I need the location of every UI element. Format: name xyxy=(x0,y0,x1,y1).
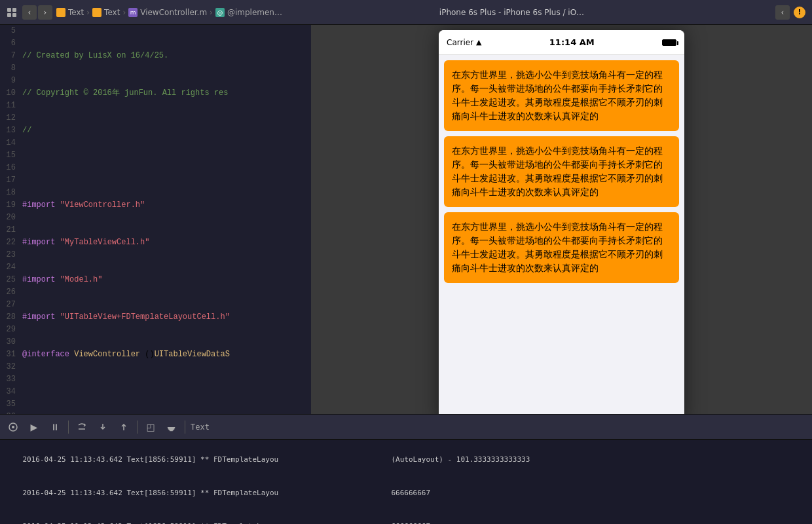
toolbar-btn-1[interactable] xyxy=(5,419,21,435)
breadcrumb-sep-2: › xyxy=(122,8,126,17)
toolbar-btn-step-out[interactable] xyxy=(116,419,132,435)
battery-icon xyxy=(662,39,676,46)
breadcrumb-label-4: @implemen… xyxy=(227,8,282,17)
toolbar-btn-step-in[interactable] xyxy=(95,419,111,435)
toolbar-sep-2 xyxy=(137,421,138,434)
list-item[interactable]: 在东方世界里，挑选小公牛到竞技场角斗有一定的程序。每一头被带进场地的公牛都要向手… xyxy=(444,212,679,283)
m-file-icon: m xyxy=(128,8,138,17)
iphone-frame: Carrier ▲ 11:14 AM 在东方世界里，挑选小公牛到竞技场角斗有一定… xyxy=(439,30,684,414)
simulator: Carrier ▲ 11:14 AM 在东方世界里，挑选小公牛到竞技场角斗有一定… xyxy=(311,25,812,414)
svg-point-5 xyxy=(12,426,14,428)
toolbar-sep-1 xyxy=(68,421,69,434)
grid-icon[interactable] xyxy=(5,6,18,19)
line-numbers: 56789 1011121314 1516171819 2021222324 2… xyxy=(0,25,20,414)
toolbar-sep-3 xyxy=(185,421,185,434)
bottom-toolbar: ▶ ⏸ ◰ ⯋ Text xyxy=(0,414,812,439)
titlebar-left: ‹ › Text › Text › m ViewController.m › @… xyxy=(0,5,287,20)
code-text: // Created by LuisX on 16/4/25. // Copyr… xyxy=(20,25,311,414)
toolbar-btn-share[interactable]: ◰ xyxy=(143,419,158,435)
breadcrumb-sep-3: › xyxy=(210,8,213,17)
warning-icon: ! xyxy=(798,8,801,16)
carrier-area: Carrier ▲ xyxy=(447,38,482,47)
cell-text-3: 在东方世界里，挑选小公牛到竞技场角斗有一定的程序。每一头被带进场地的公牛都要向手… xyxy=(452,221,663,273)
nav-forward-button[interactable]: › xyxy=(38,5,52,20)
toolbar-btn-step-over[interactable] xyxy=(74,419,90,435)
carrier-label: Carrier xyxy=(447,38,473,47)
cell-text-1: 在东方世界里，挑选小公牛到竞技场角斗有一定的程序。每一头被带进场地的公牛都要向手… xyxy=(452,69,663,121)
breadcrumb: Text › Text › m ViewController.m › @ @im… xyxy=(56,8,282,17)
list-item[interactable]: 在东方世界里，挑选小公牛到竞技场角斗有一定的程序。每一头被带进场地的公牛都要向手… xyxy=(444,136,679,207)
wifi-icon: ▲ xyxy=(476,38,481,47)
svg-rect-1 xyxy=(12,8,16,12)
breadcrumb-item-2[interactable]: Text xyxy=(92,8,120,17)
nav-left-button[interactable]: ‹ xyxy=(775,5,790,20)
code-lines-container: 56789 1011121314 1516171819 2021222324 2… xyxy=(0,25,311,414)
nav-back-button[interactable]: ‹ xyxy=(22,5,37,20)
warning-badge: ! xyxy=(794,7,805,18)
svg-rect-2 xyxy=(7,13,11,17)
toolbar-btn-pause[interactable]: ⏸ xyxy=(47,419,63,435)
titlebar: ‹ › Text › Text › m ViewController.m › @… xyxy=(0,0,812,25)
main-content: 56789 1011121314 1516171819 2021222324 2… xyxy=(0,25,812,414)
iphone-content[interactable]: 在东方世界里，挑选小公牛到竞技场角斗有一定的程序。每一头被带进场地的公牛都要向手… xyxy=(439,55,684,414)
code-editor[interactable]: 56789 1011121314 1516171819 2021222324 2… xyxy=(0,25,311,414)
iphone-time: 11:14 AM xyxy=(549,37,595,47)
svg-rect-0 xyxy=(7,8,11,12)
log-line-3: 2016-04-25 11:13:43.642 Text[1856:59911]… xyxy=(5,510,807,524)
cell-text-2: 在东方世界里，挑选小公牛到竞技场角斗有一定的程序。每一头被带进场地的公牛都要向手… xyxy=(452,145,663,197)
folder-icon xyxy=(56,8,65,17)
folder-icon-2 xyxy=(92,8,101,17)
breadcrumb-item-3[interactable]: m ViewController.m xyxy=(128,8,207,17)
log-line-1: 2016-04-25 11:13:43.642 Text[1856:59911]… xyxy=(5,443,807,476)
breadcrumb-label-2: Text xyxy=(104,8,120,17)
titlebar-right: ‹ ! xyxy=(775,5,812,20)
iphone-statusbar: Carrier ▲ 11:14 AM xyxy=(439,30,684,55)
toolbar-btn-2[interactable]: ▶ xyxy=(26,419,42,435)
toolbar-btn-location[interactable]: ⯋ xyxy=(164,419,179,435)
breadcrumb-item-4[interactable]: @ @implemen… xyxy=(215,8,282,17)
breadcrumb-label-3: ViewController.m xyxy=(140,8,207,17)
list-item[interactable]: 在东方世界里，挑选小公牛到竞技场角斗有一定的程序。每一头被带进场地的公牛都要向手… xyxy=(444,60,679,131)
at-icon: @ xyxy=(215,8,225,17)
breadcrumb-sep-1: › xyxy=(86,8,90,17)
console-area: 2016-04-25 11:13:43.642 Text[1856:59911]… xyxy=(0,439,812,524)
breadcrumb-label-1: Text xyxy=(68,8,84,17)
simulator-title-text: iPhone 6s Plus - iPhone 6s Plus / iO… xyxy=(439,8,584,17)
toolbar-text-label: Text xyxy=(191,422,210,432)
breadcrumb-item-1[interactable]: Text xyxy=(56,8,84,17)
log-line-2: 2016-04-25 11:13:43.642 Text[1856:59911]… xyxy=(5,476,807,510)
nav-buttons: ‹ › xyxy=(22,5,52,20)
svg-rect-3 xyxy=(12,13,16,17)
simulator-window-title: iPhone 6s Plus - iPhone 6s Plus / iO… xyxy=(287,8,775,17)
